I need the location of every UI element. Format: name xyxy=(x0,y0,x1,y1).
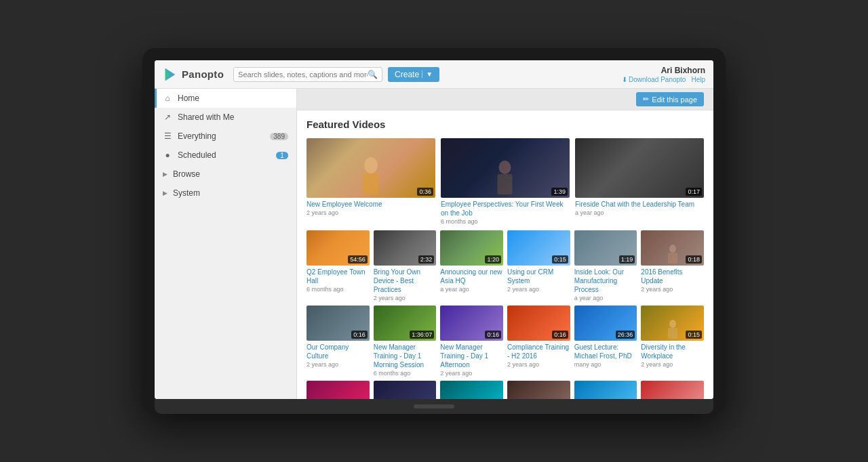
video-card-17[interactable]: 0:20 xyxy=(374,381,437,399)
video-title-10: Our Company Culture xyxy=(307,343,370,360)
everything-icon: ☰ xyxy=(163,131,172,141)
scheduled-badge: 1 xyxy=(276,152,288,159)
video-title-13: Compliance Training - H2 2016 xyxy=(507,343,570,360)
video-title-9: 2016 Benefits Update xyxy=(641,268,704,285)
svg-rect-9 xyxy=(668,328,677,339)
system-chevron-icon: ▶ xyxy=(163,190,167,196)
video-date-2: 6 months ago xyxy=(441,218,570,225)
video-card-21[interactable]: 3:17 xyxy=(641,381,704,399)
sidebar-item-scheduled[interactable]: ● Scheduled 1 xyxy=(155,146,296,165)
sidebar-label-system: System xyxy=(173,188,200,198)
video-card-5[interactable]: 2:32 Bring Your Own Device - Best Practi… xyxy=(374,230,437,301)
sidebar-item-everything[interactable]: ☰ Everything 389 xyxy=(155,127,296,146)
video-card-20[interactable]: 3:51 xyxy=(574,381,637,399)
video-date-15: 2 years ago xyxy=(641,361,704,368)
video-duration-12: 0:16 xyxy=(485,331,501,339)
video-card-8[interactable]: 1:19 Inside Look: Our Manufacturing Proc… xyxy=(574,230,637,301)
video-card-14[interactable]: 26:36 Guest Lecture: Michael Frost, PhD … xyxy=(574,306,637,377)
video-title-7: Using our CRM System xyxy=(507,268,570,285)
laptop-base xyxy=(155,399,713,414)
svg-rect-3 xyxy=(363,173,379,194)
video-thumb-7: 0:15 xyxy=(507,230,570,266)
video-thumb-20: 3:51 xyxy=(574,381,637,399)
svg-rect-7 xyxy=(668,253,677,264)
panopto-logo-icon xyxy=(163,67,178,82)
sidebar-label-home: Home xyxy=(178,93,199,103)
sidebar-section-browse[interactable]: ▶ Browse xyxy=(155,165,296,184)
video-thumb-5: 2:32 xyxy=(374,230,437,266)
video-card-15[interactable]: 0:15 Diversity in the Workplace 2 years … xyxy=(641,306,704,377)
create-label: Create xyxy=(395,70,419,79)
browse-chevron-icon: ▶ xyxy=(163,171,167,177)
video-thumb-1: 0:36 xyxy=(307,138,435,198)
video-duration-5: 2:32 xyxy=(418,255,435,264)
sidebar-label-browse: Browse xyxy=(173,169,200,179)
edit-page-button[interactable]: ✏ Edit this page xyxy=(636,92,704,106)
person-silhouette-15 xyxy=(666,320,679,339)
sidebar-label-shared: Shared with Me xyxy=(178,112,234,122)
topbar-right: Ari Bixhorn ⬇ Download Panopto Help xyxy=(622,66,705,83)
video-grid-row3: 0:16 Our Company Culture 2 years ago 1:3… xyxy=(307,306,704,377)
video-card-12[interactable]: 0:16 New Manager Training - Day 1 Aftern… xyxy=(440,306,503,377)
video-card-1[interactable]: 0:36 New Employee Welcome 2 years ago xyxy=(307,138,435,225)
video-duration-8: 1:19 xyxy=(619,255,635,264)
sidebar-section-system[interactable]: ▶ System xyxy=(155,184,296,203)
video-card-10[interactable]: 0:16 Our Company Culture 2 years ago xyxy=(307,306,370,377)
video-duration-2: 1:39 xyxy=(551,188,568,196)
sidebar-item-home[interactable]: ⌂ Home xyxy=(155,89,296,108)
video-duration-9: 0:18 xyxy=(686,255,702,264)
logo[interactable]: Panopto xyxy=(163,67,224,82)
video-thumb-6: 1:20 xyxy=(440,230,503,266)
video-card-7[interactable]: 0:15 Using our CRM System 2 years ago xyxy=(507,230,570,301)
search-icon[interactable]: 🔍 xyxy=(368,70,378,79)
video-date-14: many ago xyxy=(574,361,637,368)
content-header: ✏ Edit this page xyxy=(297,89,713,110)
video-thumb-14: 26:36 xyxy=(574,306,637,341)
video-card-3[interactable]: 0:17 Fireside Chat with the Leadership T… xyxy=(575,138,704,225)
video-date-10: 2 years ago xyxy=(307,361,370,368)
help-link[interactable]: Help xyxy=(691,76,705,83)
download-panopto-link[interactable]: ⬇ Download Panopto xyxy=(622,76,686,83)
video-grid-row2: 54:56 Q2 Employee Town Hall 6 months ago… xyxy=(307,230,704,301)
create-dropdown-arrow: ▼ xyxy=(422,70,433,78)
video-date-13: 2 years ago xyxy=(507,361,570,368)
video-card-18[interactable]: 0:15 xyxy=(440,381,503,399)
edit-icon: ✏ xyxy=(643,95,649,104)
video-title-12: New Manager Training - Day 1 Afternoon xyxy=(440,343,503,369)
featured-video-grid: 0:36 New Employee Welcome 2 years ago xyxy=(307,138,704,225)
video-card-11[interactable]: 1:36:07 New Manager Training - Day 1 Mor… xyxy=(374,306,437,377)
video-card-6[interactable]: 1:20 Announcing our new Asia HQ a year a… xyxy=(440,230,503,301)
featured-videos-title: Featured Videos xyxy=(307,119,704,130)
video-thumb-11: 1:36:07 xyxy=(374,306,437,341)
video-card-2[interactable]: 1:39 Employee Perspectives: Your First W… xyxy=(441,138,570,225)
create-button[interactable]: Create ▼ xyxy=(388,67,439,82)
video-thumb-13: 0:16 xyxy=(507,306,570,341)
main-area: ⌂ Home ↗ Shared with Me ☰ Everything 389… xyxy=(155,89,713,399)
video-card-4[interactable]: 54:56 Q2 Employee Town Hall 6 months ago xyxy=(307,230,370,301)
laptop-notch xyxy=(414,404,454,408)
video-date-5: 2 years ago xyxy=(374,295,437,301)
svg-point-8 xyxy=(669,320,676,328)
video-card-19[interactable]: 3:11 xyxy=(507,381,570,399)
video-title-6: Announcing our new Asia HQ xyxy=(440,268,503,285)
search-input[interactable] xyxy=(238,70,368,79)
video-thumb-2: 1:39 xyxy=(441,138,570,198)
video-title-3: Fireside Chat with the Leadership Team xyxy=(575,200,704,209)
video-duration-3: 0:17 xyxy=(686,188,702,196)
person-silhouette-9 xyxy=(666,245,679,264)
content-body: Featured Videos 0:36 xyxy=(297,110,713,399)
search-bar: 🔍 xyxy=(233,67,382,82)
video-date-1: 2 years ago xyxy=(307,209,435,216)
video-card-16[interactable]: 0:13 xyxy=(307,381,370,399)
video-thumb-15: 0:15 xyxy=(641,306,704,341)
video-grid-row4: 0:13 0:20 0:15 xyxy=(307,381,704,399)
video-duration-15: 0:15 xyxy=(686,331,702,339)
content-area: ✏ Edit this page Featured Videos xyxy=(297,89,713,399)
user-name[interactable]: Ari Bixhorn xyxy=(622,66,705,75)
video-title-8: Inside Look: Our Manufacturing Process xyxy=(574,268,637,294)
sidebar-label-everything: Everything xyxy=(178,131,216,141)
video-card-13[interactable]: 0:16 Compliance Training - H2 2016 2 yea… xyxy=(507,306,570,377)
video-date-11: 6 months ago xyxy=(374,370,437,377)
video-card-9[interactable]: 0:18 2016 Benefits Update 2 years ago xyxy=(641,230,704,301)
sidebar-item-shared[interactable]: ↗ Shared with Me xyxy=(155,108,296,127)
